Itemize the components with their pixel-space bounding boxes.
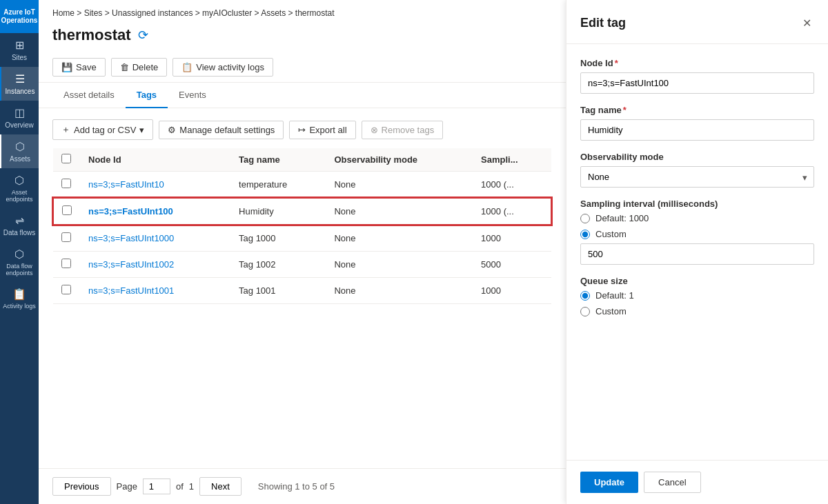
queue-default-option[interactable]: Default: 1 xyxy=(580,290,814,301)
dropdown-icon: ▾ xyxy=(139,125,144,135)
table-row: ns=3;s=FastUInt1000Tag 1000None1000 xyxy=(53,225,551,252)
table-toolbar: ＋ Add tag or CSV ▾ ⚙ Manage default sett… xyxy=(52,119,552,140)
sampling-header: Sampli... xyxy=(473,148,551,172)
row-checkbox[interactable] xyxy=(61,285,71,294)
tab-tags[interactable]: Tags xyxy=(126,83,168,108)
observability-select-wrapper: None Gauge Counter Histogram ▾ xyxy=(580,166,814,188)
node-id-link[interactable]: ns=3;s=FastUInt100 xyxy=(88,206,173,216)
cancel-button[interactable]: Cancel xyxy=(644,472,700,493)
page-title: thermostat xyxy=(52,26,131,44)
observability-cell: None xyxy=(326,278,473,304)
sidebar-item-asset-endpoints[interactable]: ⬡ Asset endpoints xyxy=(0,168,39,208)
edit-panel-footer: Update Cancel xyxy=(566,460,828,504)
save-icon: 💾 xyxy=(61,62,72,72)
sidebar-item-sites[interactable]: ⊞ Sites xyxy=(0,33,39,67)
node-id-link[interactable]: ns=3;s=FastUInt1001 xyxy=(88,285,174,296)
sampling-default-radio[interactable] xyxy=(580,214,590,223)
toolbar: 💾 Save 🗑 Delete 📋 View activity logs xyxy=(39,52,566,83)
table-row: ns=3;s=FastUInt10temperatureNone1000 (..… xyxy=(53,172,551,199)
settings-icon: ⚙ xyxy=(168,125,176,135)
observability-cell: None xyxy=(326,198,473,225)
row-checkbox[interactable] xyxy=(61,232,71,242)
sampling-cell: 1000 xyxy=(473,278,551,304)
tag-name-cell: Tag 1002 xyxy=(230,252,326,278)
node-id-cell: ns=3;s=FastUInt100 xyxy=(80,198,230,225)
main-content: Home > Sites > Unassigned instances > my… xyxy=(39,0,566,504)
select-all-checkbox[interactable] xyxy=(61,154,71,163)
row-checkbox[interactable] xyxy=(61,179,71,188)
sampling-custom-radio[interactable] xyxy=(580,230,590,239)
update-button[interactable]: Update xyxy=(580,472,638,493)
observability-cell: None xyxy=(326,225,473,252)
queue-radio-group: Default: 1 Custom xyxy=(580,290,814,316)
delete-button[interactable]: 🗑 Delete xyxy=(111,58,168,77)
sampling-custom-input[interactable] xyxy=(580,243,814,265)
tag-name-cell: Humidity xyxy=(230,198,326,225)
queue-custom-label: Custom xyxy=(595,306,627,316)
queue-default-radio[interactable] xyxy=(580,291,590,301)
tab-events[interactable]: Events xyxy=(168,83,217,108)
observability-cell: None xyxy=(326,252,473,278)
sampling-default-option[interactable]: Default: 1000 xyxy=(580,213,814,223)
data-flow-endpoints-icon: ⬡ xyxy=(14,248,24,261)
row-checkbox[interactable] xyxy=(61,259,71,268)
edit-panel: Edit tag ✕ Node Id* Tag name* Observabil… xyxy=(566,0,828,504)
activity-logs-icon: 📋 xyxy=(12,288,26,301)
sidebar-item-data-flows[interactable]: ⇌ Data flows xyxy=(0,208,39,242)
close-button[interactable]: ✕ xyxy=(800,14,814,32)
remove-tags-button[interactable]: ⊗ Remove tags xyxy=(362,121,444,139)
previous-button[interactable]: Previous xyxy=(52,477,111,496)
of-label: of xyxy=(176,481,184,492)
sampling-cell: 1000 xyxy=(473,225,551,252)
tag-name-input[interactable] xyxy=(580,119,814,141)
sidebar-item-overview[interactable]: ◫ Overview xyxy=(0,101,39,134)
sidebar-item-data-flow-endpoints[interactable]: ⬡ Data flow endpoints xyxy=(0,242,39,282)
sampling-label: Sampling interval (milliseconds) xyxy=(580,199,814,209)
node-id-link[interactable]: ns=3;s=FastUInt1000 xyxy=(88,233,174,243)
sidebar-item-activity-logs[interactable]: 📋 Activity logs xyxy=(0,282,39,315)
observability-cell: None xyxy=(326,172,473,199)
total-pages: 1 xyxy=(189,481,194,492)
row-checkbox[interactable] xyxy=(62,205,72,215)
export-icon: ↦ xyxy=(298,125,306,135)
view-activity-logs-button[interactable]: 📋 View activity logs xyxy=(172,58,273,77)
export-button[interactable]: ↦ Export all xyxy=(289,121,355,139)
sidebar-item-assets[interactable]: ⬡ Assets xyxy=(0,134,39,168)
node-id-link[interactable]: ns=3;s=FastUInt10 xyxy=(88,179,164,190)
table-row: ns=3;s=FastUInt1001Tag 1001None1000 xyxy=(53,278,551,304)
select-all-header xyxy=(53,148,80,172)
data-flows-icon: ⇌ xyxy=(15,214,24,227)
sampling-custom-option[interactable]: Custom xyxy=(580,229,814,239)
observability-select[interactable]: None Gauge Counter Histogram xyxy=(580,166,814,188)
node-id-cell: ns=3;s=FastUInt10 xyxy=(80,172,230,199)
node-id-cell: ns=3;s=FastUInt1002 xyxy=(80,252,230,278)
app-title: Azure IoT Operations xyxy=(0,0,39,33)
instances-icon: ☰ xyxy=(15,72,25,85)
tag-name-cell: Tag 1000 xyxy=(230,225,326,252)
tag-name-group: Tag name* xyxy=(580,105,814,141)
add-tag-button[interactable]: ＋ Add tag or CSV ▾ xyxy=(52,119,153,140)
page-input[interactable] xyxy=(143,478,170,494)
save-button[interactable]: 💾 Save xyxy=(52,58,106,77)
breadcrumb: Home > Sites > Unassigned instances > my… xyxy=(39,0,566,21)
showing-text: Showing 1 to 5 of 5 xyxy=(258,481,335,492)
node-id-header: Node Id xyxy=(80,148,230,172)
sampling-cell: 1000 (... xyxy=(473,198,551,225)
next-button[interactable]: Next xyxy=(199,477,241,496)
queue-custom-option[interactable]: Custom xyxy=(580,306,814,316)
add-icon: ＋ xyxy=(61,123,70,136)
observability-header: Observability mode xyxy=(326,148,473,172)
sidebar-item-instances[interactable]: ☰ Instances xyxy=(0,67,39,101)
queue-custom-radio[interactable] xyxy=(580,307,590,316)
node-id-link[interactable]: ns=3;s=FastUInt1002 xyxy=(88,259,174,270)
node-id-label: Node Id* xyxy=(580,58,814,68)
tab-asset-details[interactable]: Asset details xyxy=(52,83,126,108)
overview-icon: ◫ xyxy=(14,106,25,119)
delete-icon: 🗑 xyxy=(120,62,129,72)
sampling-radio-group: Default: 1000 Custom xyxy=(580,213,814,239)
manage-settings-button[interactable]: ⚙ Manage default settings xyxy=(159,121,284,139)
edit-panel-header: Edit tag ✕ xyxy=(566,0,828,44)
node-id-input[interactable] xyxy=(580,72,814,94)
tag-name-cell: Tag 1001 xyxy=(230,278,326,304)
sampling-custom-label: Custom xyxy=(595,229,627,239)
